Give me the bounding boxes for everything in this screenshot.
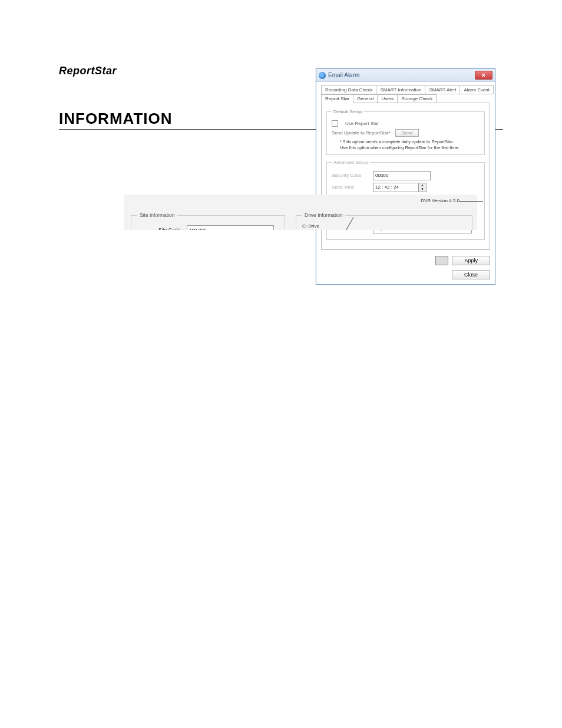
tab-smart-alert[interactable]: SMART Alert <box>425 85 460 94</box>
default-setup-group: Default Setup Use Report Star Send Updat… <box>326 109 485 155</box>
drive-information-group: Drive Information C: Drive Total Space :… <box>296 212 472 230</box>
site-information-legend: Site Information <box>137 212 177 218</box>
drive-text: C: Drive Total Space : 40618 MB Free Spa… <box>302 223 466 230</box>
drive-information-legend: Drive Information <box>302 212 345 218</box>
titlebar: Email Alarm ✕ <box>316 69 495 82</box>
use-report-star-checkbox[interactable] <box>332 120 338 127</box>
tab-smart-information[interactable]: SMART Information <box>376 85 425 94</box>
use-report-star-label: Use Report Star <box>345 121 379 126</box>
security-code-input[interactable] <box>373 171 431 180</box>
site-code-label: Site Code : <box>137 227 183 230</box>
send-button[interactable]: Send <box>395 129 419 137</box>
close-icon[interactable]: ✕ <box>475 71 492 80</box>
advanced-setup-legend: Advanced Setup <box>332 160 370 165</box>
tab-report-star[interactable]: Report Star <box>321 94 353 103</box>
send-time-input[interactable] <box>373 183 419 192</box>
site-information-group: Site Information Site Code : Board Seria… <box>131 212 285 230</box>
site-code-input[interactable] <box>187 225 274 230</box>
chevron-down-icon[interactable]: ▼ <box>419 187 426 192</box>
tab-general[interactable]: General <box>353 94 378 103</box>
app-icon <box>319 72 326 79</box>
information-panel: DVR Version 4.5.0 Site Information Site … <box>124 195 477 230</box>
tab-alarm-event[interactable]: Alarm Event <box>459 85 494 94</box>
send-time-label: Send Time <box>332 185 368 190</box>
security-code-label: Security Code <box>332 173 368 178</box>
default-setup-legend: Default Setup <box>332 109 363 114</box>
dialog-title: Email Alarm <box>328 72 359 78</box>
dvr-version: DVR Version 4.5.0 <box>421 198 459 203</box>
tab-recording-data-check[interactable]: Recording Data Check <box>321 85 376 94</box>
tab-storage-check[interactable]: Storage Check <box>397 94 437 103</box>
note-line-1: * This option sends a complete daily upd… <box>340 139 480 145</box>
note-line-2: Use this option when configuring ReportS… <box>340 145 480 151</box>
tab-users[interactable]: Users <box>377 94 398 103</box>
send-update-label: Send Update to ReportStar* <box>332 130 391 136</box>
send-time-spinner[interactable]: ▲▼ <box>373 183 427 192</box>
chevron-up-icon[interactable]: ▲ <box>419 183 426 187</box>
